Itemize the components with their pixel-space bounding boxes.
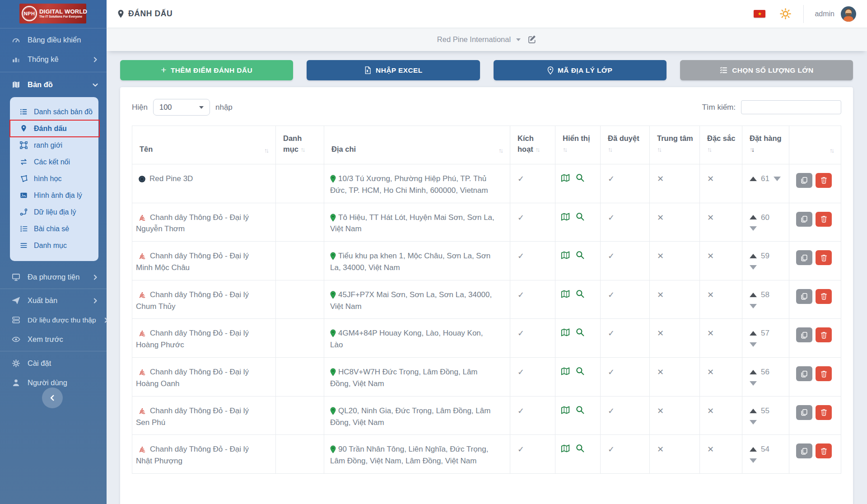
order-down-button[interactable] bbox=[750, 226, 757, 231]
duplicate-button[interactable] bbox=[796, 443, 812, 458]
zoom-to-marker-icon[interactable] bbox=[575, 250, 585, 260]
duplicate-button[interactable] bbox=[796, 289, 812, 304]
geocode-layer-button[interactable]: MÃ ĐỊA LÝ LỚP bbox=[494, 60, 667, 80]
language-flag-vietnam[interactable]: ★ bbox=[754, 10, 765, 18]
sidebar-item-multimedia[interactable]: Đa phương tiện bbox=[0, 267, 107, 287]
page-size-select[interactable]: 100 bbox=[153, 99, 210, 116]
order-up-button[interactable] bbox=[750, 293, 757, 297]
col-header-featured[interactable]: Đặc sắc ↑↓ bbox=[700, 126, 742, 164]
sort-icon[interactable]: ↑↓ bbox=[830, 146, 834, 155]
view-on-map-icon[interactable] bbox=[560, 173, 570, 183]
sort-icon[interactable]: ↑↓ bbox=[657, 146, 662, 153]
order-up-button[interactable] bbox=[750, 331, 757, 336]
sidebar-item-dashboard[interactable]: Bảng điều khiển bbox=[0, 30, 107, 50]
view-on-map-icon[interactable] bbox=[560, 250, 570, 260]
submenu-item-map-list[interactable]: Danh sách bản đồ bbox=[10, 103, 98, 120]
submenu-item-categories[interactable]: Danh mục bbox=[10, 237, 98, 254]
collapse-sidebar-button[interactable] bbox=[42, 387, 63, 408]
col-header-active[interactable]: Kích hoạt ↑↓ bbox=[510, 126, 555, 164]
zoom-to-marker-icon[interactable] bbox=[575, 289, 585, 299]
delete-button[interactable] bbox=[816, 327, 832, 342]
duplicate-button[interactable] bbox=[796, 173, 812, 188]
zoom-to-marker-icon[interactable] bbox=[575, 212, 585, 222]
theme-sun-icon[interactable] bbox=[779, 8, 792, 20]
duplicate-button[interactable] bbox=[796, 366, 812, 381]
sidebar-item-preview[interactable]: Xem trước bbox=[0, 330, 107, 349]
zoom-to-marker-icon[interactable] bbox=[575, 327, 585, 337]
order-down-button[interactable] bbox=[750, 420, 757, 425]
delete-button[interactable] bbox=[816, 443, 832, 458]
order-down-button[interactable] bbox=[774, 177, 781, 181]
delete-button[interactable] bbox=[816, 366, 832, 381]
delete-button[interactable] bbox=[816, 289, 832, 304]
delete-button[interactable] bbox=[816, 250, 832, 265]
order-up-button[interactable] bbox=[750, 409, 757, 413]
sidebar-item-publish[interactable]: Xuất bản bbox=[0, 291, 107, 310]
submenu-item-geo-data[interactable]: Dữ liệu địa lý bbox=[10, 204, 98, 220]
col-header-visible[interactable]: Hiển thị ↑↓ bbox=[555, 126, 601, 164]
sort-icon-active[interactable]: ↑↓ bbox=[750, 146, 755, 153]
duplicate-button[interactable] bbox=[796, 405, 812, 420]
order-down-button[interactable] bbox=[750, 458, 757, 463]
col-header-actions[interactable]: ↑↓ bbox=[789, 126, 841, 164]
col-header-approved[interactable]: Đã duyệt ↑↓ bbox=[601, 126, 650, 164]
bulk-select-button[interactable]: CHỌN SỐ LƯỢNG LỚN bbox=[680, 60, 853, 80]
order-down-button[interactable] bbox=[750, 342, 757, 347]
sort-icon[interactable]: ↑↓ bbox=[499, 146, 503, 155]
order-down-button[interactable] bbox=[750, 265, 757, 270]
add-marker-button[interactable]: + THÊM ĐIỂM ĐÁNH DẤU bbox=[120, 60, 293, 80]
col-header-address[interactable]: Địa chỉ↑↓ bbox=[324, 126, 510, 164]
order-up-button[interactable] bbox=[750, 254, 757, 258]
sidebar-item-statistics[interactable]: Thống kê bbox=[0, 50, 107, 69]
sort-icon[interactable]: ↑↓ bbox=[707, 146, 712, 153]
view-on-map-icon[interactable] bbox=[560, 212, 570, 222]
sort-icon[interactable]: ↑↓ bbox=[535, 146, 540, 153]
zoom-to-marker-icon[interactable] bbox=[575, 405, 585, 415]
edit-project-icon[interactable] bbox=[528, 35, 536, 44]
delete-button[interactable] bbox=[816, 173, 832, 188]
submenu-item-markers[interactable]: Đánh dấu bbox=[10, 120, 98, 137]
zoom-to-marker-icon[interactable] bbox=[575, 173, 585, 183]
search-input[interactable] bbox=[741, 100, 841, 114]
delete-button[interactable] bbox=[816, 212, 832, 227]
order-down-button[interactable] bbox=[750, 381, 757, 386]
col-header-center[interactable]: Trung tâm ↑↓ bbox=[650, 126, 700, 164]
dropdown-caret-icon[interactable] bbox=[516, 38, 521, 41]
order-up-button[interactable] bbox=[750, 215, 757, 219]
app-logo[interactable]: NPH DIGITAL WORLD The IT Solutions For E… bbox=[19, 4, 86, 23]
zoom-to-marker-icon[interactable] bbox=[575, 366, 585, 376]
submenu-item-shared-posts[interactable]: Bài chia sẻ bbox=[10, 220, 98, 237]
submenu-item-boundaries[interactable]: ranh giới bbox=[10, 137, 98, 154]
duplicate-button[interactable] bbox=[796, 327, 812, 342]
view-on-map-icon[interactable] bbox=[560, 327, 570, 337]
order-up-button[interactable] bbox=[750, 177, 757, 181]
submenu-item-geometry[interactable]: hình học bbox=[10, 170, 98, 187]
duplicate-button[interactable] bbox=[796, 250, 812, 265]
view-on-map-icon[interactable] bbox=[560, 405, 570, 415]
submenu-item-geo-images[interactable]: Hình ảnh địa lý bbox=[10, 187, 98, 204]
order-up-button[interactable] bbox=[750, 370, 757, 374]
sort-icon[interactable]: ↑↓ bbox=[608, 146, 613, 153]
order-down-button[interactable] bbox=[750, 304, 757, 308]
user-avatar[interactable] bbox=[841, 6, 856, 22]
delete-button[interactable] bbox=[816, 405, 832, 420]
order-up-button[interactable] bbox=[750, 447, 757, 452]
duplicate-button[interactable] bbox=[796, 212, 812, 227]
sort-icon[interactable]: ↑↓ bbox=[301, 146, 306, 153]
submenu-item-connections[interactable]: Các kết nối bbox=[10, 154, 98, 170]
sidebar-item-collected-data[interactable]: Dữ liệu được thu thập bbox=[0, 310, 107, 330]
view-on-map-icon[interactable] bbox=[560, 366, 570, 376]
col-header-order[interactable]: Đặt hàng ↑↓ bbox=[742, 126, 789, 164]
sidebar-item-maps[interactable]: Bản đồ bbox=[0, 75, 107, 94]
sort-icon[interactable]: ↑↓ bbox=[563, 146, 568, 153]
import-excel-button[interactable]: NHẬP EXCEL bbox=[307, 60, 480, 80]
toolbar: + THÊM ĐIỂM ĐÁNH DẤU NHẬP EXCEL MÃ ĐỊA L… bbox=[120, 60, 853, 80]
view-on-map-icon[interactable] bbox=[560, 289, 570, 299]
col-header-category[interactable]: Danh mục ↑↓ bbox=[276, 126, 324, 164]
col-header-name[interactable]: Tên↑↓ bbox=[132, 126, 276, 164]
view-on-map-icon[interactable] bbox=[560, 443, 570, 453]
sort-icon[interactable]: ↑↓ bbox=[264, 146, 269, 155]
sidebar-item-settings[interactable]: Cài đặt bbox=[0, 354, 107, 373]
zoom-to-marker-icon[interactable] bbox=[575, 443, 585, 453]
project-dropdown[interactable]: Red Pine International bbox=[437, 35, 511, 44]
